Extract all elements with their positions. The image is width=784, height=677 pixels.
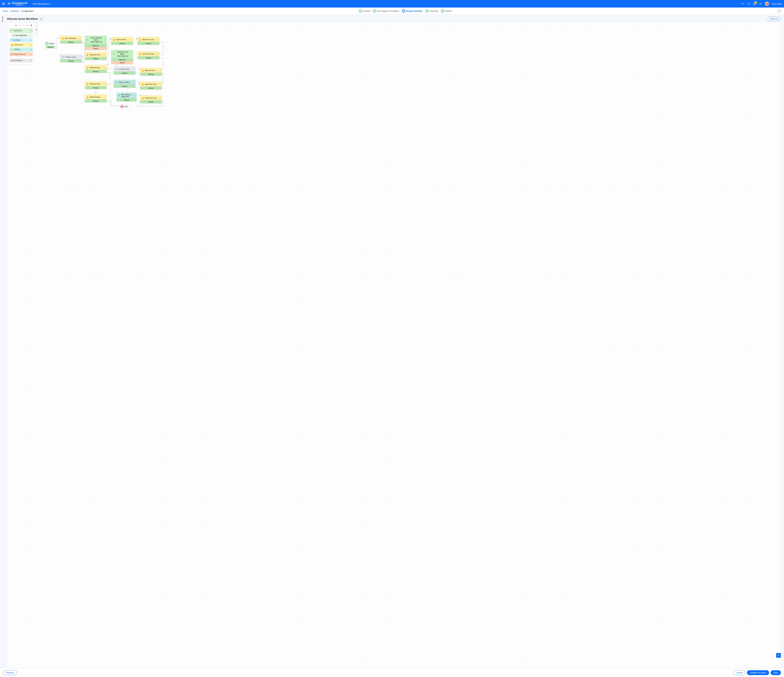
node-status-allocated[interactable]: ⎘Status Is Allocated⋮ Always [114,80,135,88]
palette-panel: 🗑 ↶ ↷ ⟳ 📌 ✔ Approvals ▾ ✔ User Approval [9,23,34,64]
chevron-right-icon: ▸ [31,44,31,46]
node-menu-icon[interactable]: ⋮ [104,39,106,41]
node-end[interactable]: End [120,104,130,109]
palette-redo-icon[interactable]: ↷ [22,24,25,27]
plus-circle-icon: ⊕ [11,53,12,55]
check-circle-icon: ✔ [11,30,12,32]
palette-approvals[interactable]: ✔ Approvals ▾ [9,28,33,33]
stop-icon [120,105,124,108]
record-icon: ⎘ [61,56,64,58]
main-area: Groups Allocate Asset Workflow Hide Grid [0,15,784,668]
breadcrumb-bar: Home › Workflow › Configuration 1General… [0,8,784,15]
breadcrumb-current: Configuration [22,10,34,12]
user-name[interactable]: Ryan Black [772,3,782,5]
approvals-icon[interactable]: 7 [753,2,756,5]
workspace: Allocate Asset Workflow Hide Grid [5,15,784,668]
palette-pin-icon[interactable]: 📌 [30,24,33,27]
connectors-layer [7,22,781,668]
palette-create-record[interactable]: ⊕ Create Record ▸ [9,52,33,56]
groups-panel-tab[interactable]: Groups [0,15,5,24]
node-in-store-l1[interactable]: ⎘In Store Level 1 Rej..⋮ Always [60,54,82,62]
menu-toggle[interactable] [2,3,5,5]
palette-sub-workflow[interactable]: Sub Workflow ▸ [9,59,33,62]
chevron-right-icon: ▸ [31,49,31,50]
palette-delete-icon[interactable]: 🗑 [15,24,17,27]
module-selector[interactable]: Asset Management [32,3,52,5]
next-button[interactable]: Next [771,670,781,675]
node-begin[interactable]: Begin [45,41,57,46]
code-icon[interactable] [747,2,750,5]
chevron-right-icon: ▸ [31,53,31,55]
cancel-button[interactable]: Cancel [733,670,745,675]
settings-icon[interactable] [759,2,762,5]
edit-title-button[interactable] [39,17,43,21]
chevron-right-icon: ▸ [31,60,31,61]
scroll-top-button[interactable] [776,653,781,658]
node-wf-status-approved[interactable]: ⎘WF Status Is Approved⋮ Always [117,93,137,101]
module-label: Asset Management [32,3,50,5]
bell-icon: 🔔 [11,44,13,46]
footer-bar: Previous Cancel Validate Workflow Next [0,668,784,677]
node-in-store-l2[interactable]: ⎘In Store Level 2 Reje..⋮ Always [114,67,135,75]
step-publish[interactable]: 5Publish [441,9,452,12]
app-header: SymphonyAI SUMMIT Asset Management A A 7… [0,0,784,8]
workflow-title: Allocate Asset Workflow [7,17,38,20]
chevron-down-icon [51,3,52,4]
palette-user-approval[interactable]: ✔ User Approval [11,33,33,37]
node-end-users-reporting[interactable]: 🔔End Users Reporting ..⋮ Always [137,51,159,59]
palette-refresh-icon[interactable]: ⟳ [26,24,29,27]
notification-badge: 7 [754,1,757,4]
node-begin-always[interactable]: always [46,46,55,48]
play-icon [45,42,48,45]
step-general[interactable]: 1General [359,9,370,12]
check-circle-icon: ✔ [12,34,14,37]
step-trigger[interactable]: 2Set Trigger & Conditions [373,9,399,12]
zoom-minus-button[interactable]: − [35,32,38,35]
palette-utilities[interactable]: 📁 Utilities ▸ [9,48,33,51]
node-notify-end-user[interactable]: 🔔Notify End User Succ..⋮ Always [140,95,162,103]
breadcrumb-workflow[interactable]: Workflow [11,10,19,12]
node-notify-analyst-rej2[interactable]: 🔔Notify Analyst On Rej..⋮ Always [85,95,107,102]
check-circle-icon: ✔ [86,39,89,41]
previous-button[interactable]: Previous [3,670,17,675]
node-menu-icon[interactable]: ⋮ [79,37,81,39]
wizard-steps: 1General 2Set Trigger & Conditions 3Desi… [359,9,452,12]
brand-logo[interactable]: SymphonyAI SUMMIT [8,2,27,6]
canvas-controls: + ◈ − [35,23,38,35]
node-notify-analyst-rej[interactable]: 🔔Notify Analyst On Rej..⋮ Always [85,65,107,73]
node-store-mgr-approval[interactable]: ✔Store Manager Appro..Static Approval⋮ A… [85,36,107,50]
logo-icon [8,2,11,6]
step-summary[interactable]: 4Summary [425,9,438,12]
node-approval-ack[interactable]: 🔔Approval Ack Notificat..⋮ Always [111,37,133,45]
node-approval-ack2[interactable]: 🔔Approval Ack Notificat..⋮ Always [140,68,162,76]
folder-icon: 📁 [11,48,13,51]
node-allocated-user-approval[interactable]: ✔Allocated User Mana..Static Approval⋮ A… [111,50,133,64]
palette-undo-icon[interactable]: ↶ [19,24,21,27]
node-approved-l2[interactable]: 🔔Approved Level2 Noti..⋮ Always [140,82,162,90]
step-design[interactable]: 3Design Workflow [402,9,423,12]
zoom-add-button[interactable]: + [35,23,38,27]
breadcrumb-home[interactable]: Home [3,10,8,12]
fullscreen-button[interactable] [777,9,781,13]
node-rejection-ack2[interactable]: 🔔Rejection Ack Notifica..⋮ Always [85,81,107,89]
brand-subtitle: SUMMIT [16,4,27,6]
utility-icon: ⎘ [115,81,118,83]
node-approved-l1[interactable]: 🔔Approved Level1 Noti..⋮ Always [137,37,159,45]
canvas[interactable]: 🗑 ↶ ↷ ⟳ 📌 ✔ Approvals ▾ ✔ User Approval [7,22,781,668]
question-icon: ? [11,39,12,41]
node-rejection-ack[interactable]: 🔔Rejection Ack Notifica..⋮ Always [85,52,107,60]
user-avatar[interactable] [765,2,769,6]
hide-grid-button[interactable]: Hide Grid [767,17,781,21]
bell-icon: 🔔 [61,37,64,39]
zoom-locate-button[interactable]: ◈ [35,28,38,31]
breadcrumb: Home › Workflow › Configuration [3,10,34,12]
chevron-down-icon: ▾ [31,30,31,31]
palette-notification[interactable]: 🔔 Notification ▸ [9,43,33,47]
font-size-toggle[interactable]: A A [741,2,744,5]
brand-name: SymphonyAI [12,2,27,5]
node-store-mgr-notify[interactable]: 🔔Store Manager Appro..⋮ Always [60,36,82,44]
chevron-right-icon: ▸ [31,39,31,41]
svg-point-1 [760,3,761,4]
validate-button[interactable]: Validate Workflow [747,670,769,675]
palette-condition[interactable]: ? Condition ▸ [9,38,33,42]
